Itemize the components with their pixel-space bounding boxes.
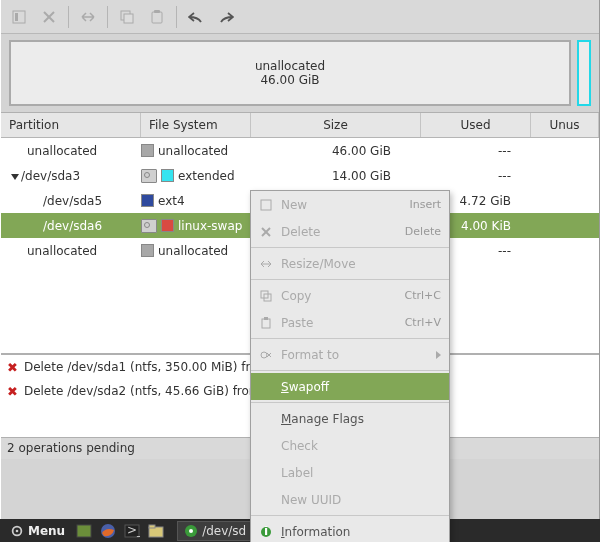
task-label: /dev/sd (202, 524, 246, 538)
menu-label: Manage Flags (281, 412, 441, 426)
gear-icon (10, 524, 24, 538)
show-desktop-icon[interactable] (73, 520, 95, 542)
fs-color-swatch (141, 194, 154, 207)
start-menu-button[interactable]: Menu (4, 524, 71, 538)
svg-rect-25 (149, 525, 155, 528)
files-icon[interactable] (145, 520, 167, 542)
fs-color-swatch (141, 244, 154, 257)
separator (107, 6, 108, 28)
delete-icon: ✖ (7, 360, 18, 375)
menu-separator (251, 338, 449, 339)
menu-accel: Insert (409, 198, 441, 211)
separator (68, 6, 69, 28)
col-partition[interactable]: Partition (1, 113, 141, 137)
new-icon (259, 199, 273, 211)
menu-label: Format to (281, 348, 428, 362)
selected-partition-sliver[interactable] (577, 40, 591, 106)
menu-separator (251, 402, 449, 403)
used-cell: --- (421, 169, 531, 183)
menu-label: Copy (281, 289, 397, 303)
svg-rect-6 (152, 12, 162, 23)
svg-rect-8 (261, 200, 271, 210)
col-size[interactable]: Size (251, 113, 421, 137)
size-cell: 46.00 GiB (251, 144, 421, 158)
gparted-icon (184, 524, 198, 538)
svg-point-27 (189, 529, 193, 533)
menu-separator (251, 247, 449, 248)
table-row[interactable]: /dev/sda3extended14.00 GiB--- (1, 163, 599, 188)
submenu-arrow-icon (436, 351, 441, 359)
fs-color-swatch (141, 144, 154, 157)
menu-item-paste: PasteCtrl+V (251, 309, 449, 336)
menu-accel: Delete (405, 225, 441, 238)
new-partition-button[interactable] (5, 3, 33, 31)
separator (176, 6, 177, 28)
partition-name: /dev/sda6 (43, 219, 102, 233)
delete-icon (259, 227, 273, 237)
menu-item-label: Label (251, 459, 449, 486)
expand-icon[interactable] (11, 174, 19, 180)
table-row[interactable]: unallocatedunallocated46.00 GiB--- (1, 138, 599, 163)
taskbar-task-gparted[interactable]: /dev/sd (177, 521, 253, 541)
disk-icon (141, 219, 157, 233)
svg-rect-20 (77, 525, 91, 537)
menu-label: New (281, 198, 401, 212)
resize-button[interactable] (74, 3, 102, 31)
menu-label: Check (281, 439, 441, 453)
menu-item-swapoff[interactable]: Swapoff (251, 373, 449, 400)
apply-button[interactable] (212, 3, 240, 31)
svg-rect-5 (124, 14, 133, 23)
menu-label: Label (281, 466, 441, 480)
paste-button[interactable] (143, 3, 171, 31)
copy-icon (259, 290, 273, 302)
svg-text:i: i (264, 526, 268, 538)
menu-separator (251, 515, 449, 516)
disk-icon (141, 169, 157, 183)
menu-label: Delete (281, 225, 397, 239)
svg-rect-7 (154, 10, 160, 13)
svg-rect-0 (13, 11, 25, 23)
menu-accel: Ctrl+V (405, 316, 441, 329)
partition-name: /dev/sda5 (43, 194, 102, 208)
operation-text: Delete /dev/sda1 (ntfs, 350.00 MiB) fro (24, 360, 258, 374)
fs-label: unallocated (158, 244, 228, 258)
col-unused[interactable]: Unus (531, 113, 599, 137)
delete-button[interactable] (35, 3, 63, 31)
unallocated-block[interactable]: unallocated 46.00 GiB (9, 40, 571, 106)
undo-button[interactable] (182, 3, 210, 31)
info-icon: i (259, 526, 273, 538)
col-filesystem[interactable]: File System (141, 113, 251, 137)
menu-separator (251, 370, 449, 371)
col-used[interactable]: Used (421, 113, 531, 137)
block-label: unallocated (255, 59, 325, 73)
fs-label: unallocated (158, 144, 228, 158)
menu-item-new-uuid: New UUID (251, 486, 449, 513)
fs-label: extended (178, 169, 235, 183)
firefox-icon[interactable] (97, 520, 119, 542)
menu-label: Resize/Move (281, 257, 441, 271)
terminal-icon[interactable]: >_ (121, 520, 143, 542)
delete-icon: ✖ (7, 384, 18, 399)
partition-name: unallocated (27, 144, 97, 158)
svg-rect-13 (262, 319, 270, 328)
menu-item-delete: DeleteDelete (251, 218, 449, 245)
fs-label: ext4 (158, 194, 185, 208)
menu-item-copy: CopyCtrl+C (251, 282, 449, 309)
menu-label: Menu (28, 524, 65, 538)
format-icon (259, 349, 273, 361)
svg-text:>_: >_ (127, 524, 140, 537)
size-cell: 14.00 GiB (251, 169, 421, 183)
copy-button[interactable] (113, 3, 141, 31)
used-cell: --- (421, 144, 531, 158)
toolbar (1, 0, 599, 34)
fs-label: linux-swap (178, 219, 242, 233)
paste-icon (259, 317, 273, 329)
menu-label: Swapoff (281, 380, 441, 394)
svg-point-15 (261, 352, 267, 358)
svg-point-19 (16, 529, 19, 532)
menu-item-information[interactable]: iInformation (251, 518, 449, 542)
menu-item-manage-flags[interactable]: Manage Flags (251, 405, 449, 432)
fs-color-swatch (161, 219, 174, 232)
menu-separator (251, 279, 449, 280)
menu-accel: Ctrl+C (405, 289, 441, 302)
